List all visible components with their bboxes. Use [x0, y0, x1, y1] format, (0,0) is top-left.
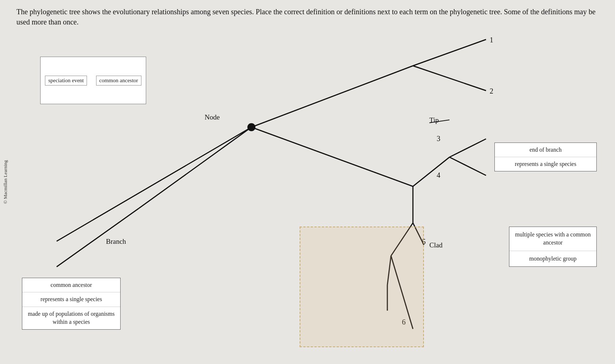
number-2: 2 [490, 87, 493, 95]
svg-line-2 [413, 39, 486, 66]
svg-line-1 [251, 66, 413, 127]
svg-line-3 [413, 66, 486, 91]
top-left-definition-box: speciation event common ancestor [40, 57, 146, 104]
tip-label: Tip [429, 116, 439, 124]
common-ancestor-label-top: common ancestor [96, 76, 141, 86]
branch-populations-def: made up of populations of organisms with… [22, 307, 120, 329]
node-label: Node [205, 113, 220, 121]
svg-line-7 [449, 157, 486, 175]
node-dot [247, 123, 255, 131]
number-1: 1 [490, 36, 493, 44]
branch-definition-panel: common ancestor represents a single spec… [22, 278, 121, 330]
tip-definition-panel: end of branch represents a single specie… [494, 143, 597, 171]
number-4: 4 [437, 171, 440, 179]
instruction-text: The phylogenetic tree shows the evolutio… [16, 7, 604, 27]
clade-label: Clad [429, 241, 443, 249]
end-of-branch-def: end of branch [495, 143, 596, 157]
multiple-species-def: multiple species with a common ancestor [509, 227, 596, 251]
branch-label: Branch [106, 238, 126, 246]
svg-line-0 [57, 127, 251, 241]
branch-common-ancestor-def: common ancestor [22, 278, 120, 292]
monophyletic-group-def: monophyletic group [509, 251, 596, 266]
svg-line-4 [251, 127, 413, 186]
svg-line-14 [139, 127, 251, 208]
svg-line-15 [57, 208, 139, 267]
branch-single-species-def: represents a single species [22, 292, 120, 307]
number-3: 3 [437, 134, 440, 143]
copyright-label: © Macmillan Learning [0, 0, 11, 364]
represents-single-species-def: represents a single species [495, 157, 596, 171]
speciation-event-label: speciation event [45, 76, 87, 86]
clade-definition-panel: multiple species with a common ancestor … [509, 227, 597, 267]
svg-line-6 [449, 139, 486, 157]
svg-line-5 [413, 157, 449, 186]
clade-dashed-box [300, 227, 424, 347]
